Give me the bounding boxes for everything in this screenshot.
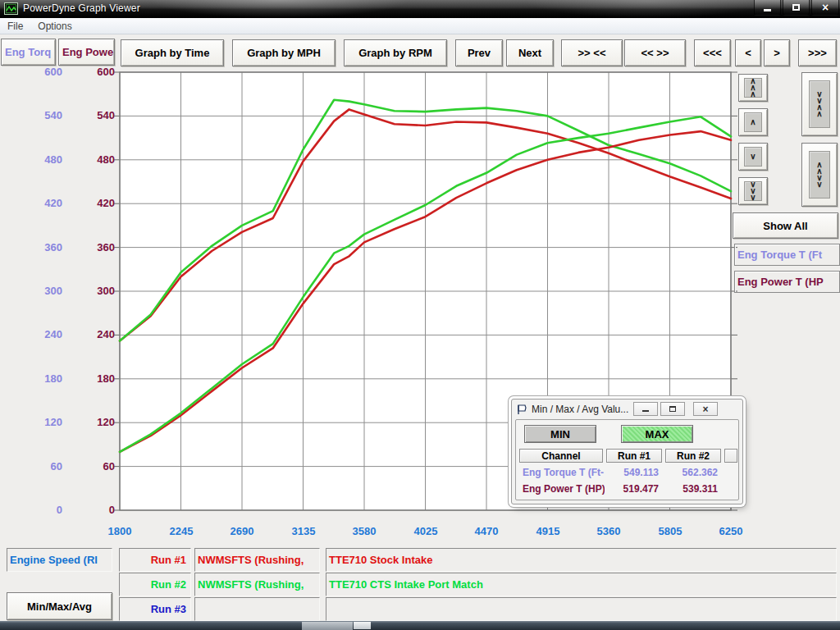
power-axis-tick-label: 120 (77, 416, 115, 428)
power-axis-tick-label: 480 (77, 153, 115, 166)
chevron-down-fast-icon: ∨ ∨ ∨ (744, 181, 762, 201)
column-header-channel[interactable]: Channel (519, 449, 603, 463)
power-axis-tick-label: 60 (77, 460, 115, 472)
run3-description-field[interactable] (326, 597, 837, 621)
power-channel-button[interactable]: Eng Powe (58, 39, 115, 66)
power-axis-tick-label: 540 (77, 109, 115, 121)
rpm-axis-tick-label: 6250 (706, 525, 756, 537)
power-row-channel: Eng Power T (HP) (523, 483, 605, 496)
flag-icon (517, 404, 527, 414)
minmax-restore-button[interactable] (660, 402, 685, 416)
torque-axis-tick-label: 120 (25, 416, 62, 428)
power-row-run2: 539.311 (665, 483, 718, 496)
minmaxavg-button[interactable]: Min/Max/Avg (7, 592, 112, 620)
rpm-axis-tick-label: 2245 (157, 525, 206, 537)
taskbar-button-fragment (354, 622, 371, 629)
minimize-button[interactable] (754, 0, 781, 16)
rpm-axis-tick-label: 4470 (462, 525, 511, 537)
titlebar-gloss (148, 0, 410, 18)
zoom-out-horizontal-button[interactable]: << >> (624, 39, 686, 66)
zoom-in-horizontal-button[interactable]: >> << (561, 39, 623, 66)
rpm-axis-tick-label: 3580 (340, 525, 389, 537)
scroll-down-button[interactable]: ∨ (738, 143, 768, 171)
prev-button[interactable]: Prev (455, 39, 503, 66)
taskbar-edge (0, 621, 840, 630)
torque-channel-label[interactable]: Eng Torque T (Ft (734, 244, 840, 266)
minmax-title: Min / Max / Avg Valu... (532, 404, 628, 415)
power-axis-tick-label: 240 (77, 328, 115, 340)
min-tab-button[interactable]: MIN (524, 425, 596, 443)
torque-channel-button[interactable]: Eng Torq (1, 39, 56, 66)
torque-axis-tick-label: 540 (25, 109, 62, 121)
app-icon (4, 2, 18, 15)
power-axis-tick-label: 0 (77, 504, 115, 516)
menu-file[interactable]: File (0, 21, 30, 32)
torque-axis-tick-label: 360 (25, 241, 62, 253)
chevrons-in-icon: ∨ ∨ ∧ ∧ (809, 80, 830, 128)
graph-by-mph-button[interactable]: Graph by MPH (232, 39, 336, 66)
scroll-up-button[interactable]: ∧ (738, 108, 768, 136)
chevron-down-icon: ∨ (744, 147, 762, 167)
rpm-axis-tick-label: 4915 (523, 525, 573, 537)
close-icon: × (822, 2, 829, 13)
maximize-button[interactable] (783, 0, 810, 16)
run3-label: Run #3 (119, 597, 191, 621)
x-channel-label[interactable]: Engine Speed (RI (7, 548, 112, 572)
torque-axis-tick-label: 0 (25, 504, 62, 516)
rpm-axis-tick-label: 5360 (584, 525, 633, 537)
power-axis-tick-label: 600 (77, 66, 115, 78)
scroll-up-fast-button[interactable]: ∧ ∧ ∧ (738, 74, 768, 102)
rpm-axis-tick-label: 1800 (95, 525, 144, 537)
torque-row-run1: 549.113 (606, 467, 659, 480)
maximize-icon (792, 4, 800, 11)
graph-by-time-button[interactable]: Graph by Time (121, 39, 224, 66)
chevron-up-icon: ∧ (744, 112, 762, 132)
torque-axis-tick-label: 600 (25, 66, 62, 78)
minmax-window[interactable]: Min / Max / Avg Valu... × MIN MAX Channe… (511, 399, 743, 504)
power-channel-label[interactable]: Eng Power T (HP (734, 271, 840, 293)
scroll-right-fast-button[interactable]: >>> (798, 39, 837, 66)
vertical-zoom-out-button[interactable]: ∧ ∧ ∨ ∨ (801, 143, 838, 207)
column-header-run2[interactable]: Run #2 (665, 449, 721, 463)
run2-description-field[interactable]: TTE710 CTS Intake Port Match (326, 573, 837, 596)
show-all-button[interactable]: Show All (733, 212, 838, 239)
torque-row-channel: Eng Torque T (Ft- (523, 467, 605, 480)
power-row-run1: 519.477 (606, 483, 659, 496)
minimize-icon (764, 9, 771, 11)
scroll-down-fast-button[interactable]: ∨ ∨ ∨ (738, 177, 768, 205)
restore-icon (669, 406, 676, 412)
torque-axis-tick-label: 60 (25, 460, 62, 472)
window-title: PowerDyne Graph Viewer (23, 2, 140, 14)
torque-axis-tick-label: 240 (25, 328, 62, 340)
run3-file-field[interactable] (194, 597, 320, 621)
torque-axis-tick-label: 480 (25, 153, 62, 166)
power-axis-tick-label: 300 (77, 285, 115, 297)
rpm-axis-tick-label: 4025 (401, 525, 450, 537)
minmax-titlebar[interactable]: Min / Max / Avg Valu... × (512, 399, 742, 418)
taskbar-button-fragment (302, 622, 353, 630)
menu-options[interactable]: Options (30, 21, 79, 32)
torque-axis-tick-label: 300 (25, 285, 62, 297)
vertical-zoom-in-button[interactable]: ∨ ∨ ∧ ∧ (801, 72, 838, 136)
torque-axis-tick-label: 420 (25, 197, 62, 209)
scroll-right-button[interactable]: > (764, 39, 790, 66)
title-bar[interactable]: PowerDyne Graph Viewer × (0, 0, 840, 18)
run1-file-field[interactable]: NWMSFTS (Rushing, (194, 548, 320, 572)
run2-file-field[interactable]: NWMSFTS (Rushing, (194, 573, 320, 596)
rpm-axis-tick-label: 2690 (217, 525, 267, 537)
scroll-left-fast-button[interactable]: <<< (694, 39, 731, 66)
power-axis-tick-label: 360 (77, 241, 115, 253)
rpm-axis-tick-label: 3135 (279, 525, 328, 537)
max-tab-button[interactable]: MAX (621, 425, 693, 443)
run2-label: Run #2 (119, 573, 191, 596)
run1-description-field[interactable]: TTE710 Stock Intake (326, 548, 837, 572)
column-header-run1[interactable]: Run #1 (606, 449, 662, 463)
minmax-close-button[interactable]: × (693, 402, 718, 416)
power-axis-tick-label: 420 (77, 197, 115, 209)
graph-by-rpm-button[interactable]: Graph by RPM (344, 39, 447, 66)
minmax-minimize-button[interactable] (633, 402, 658, 416)
close-icon: × (702, 404, 708, 415)
next-button[interactable]: Next (506, 39, 554, 66)
scroll-left-button[interactable]: < (735, 39, 761, 66)
close-button[interactable]: × (811, 0, 839, 16)
